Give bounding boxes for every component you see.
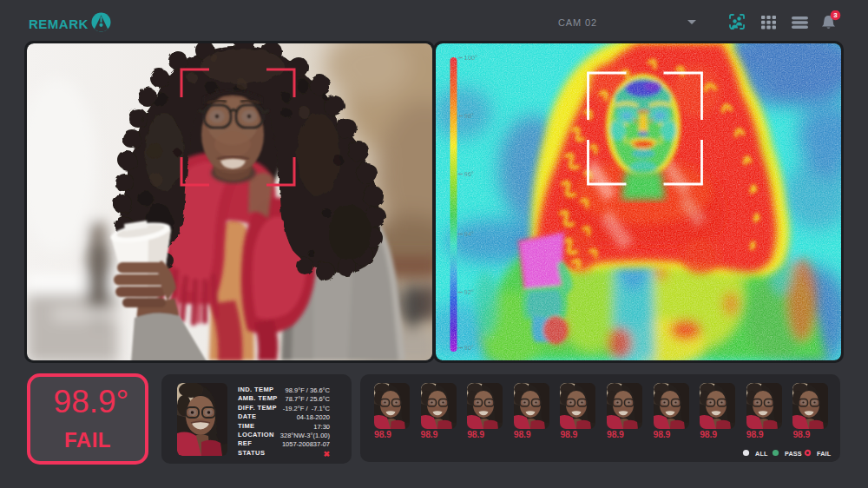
svg-text:3: 3 [833,11,838,19]
